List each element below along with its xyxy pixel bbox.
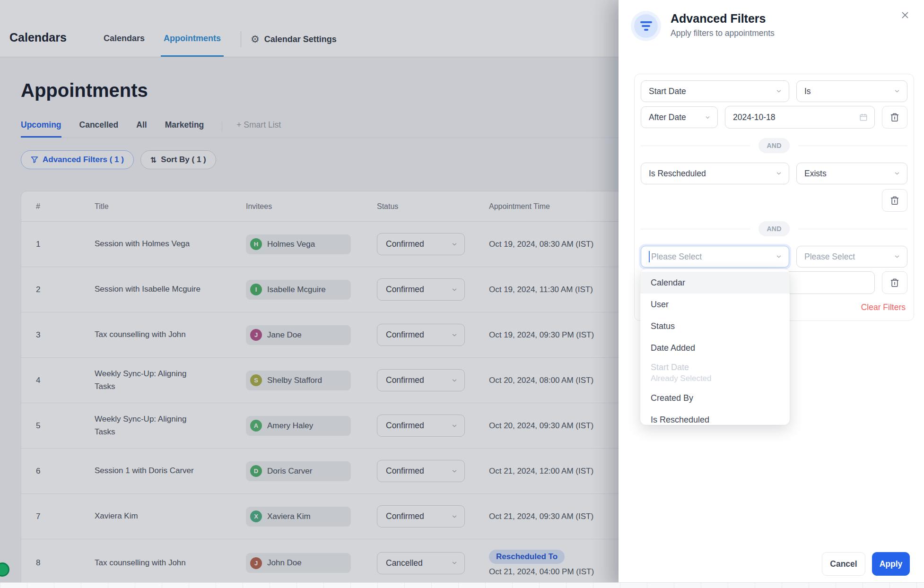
chevron-down-icon	[451, 560, 458, 566]
chevron-down-icon	[894, 253, 900, 260]
invitee-chip: J John Doe	[246, 553, 351, 573]
status-select[interactable]: Cancelled	[377, 552, 465, 574]
tab-cancelled[interactable]: Cancelled	[79, 120, 119, 138]
invitee-chip: X Xaviera Kim	[246, 507, 351, 527]
status-select[interactable]: Confirmed	[377, 505, 465, 527]
panel-header: Advanced Filters Apply filters to appoin…	[619, 0, 924, 41]
tab-all[interactable]: All	[136, 120, 147, 138]
chevron-down-icon	[776, 170, 782, 177]
chevron-down-icon	[776, 253, 782, 260]
chevron-down-icon	[451, 377, 458, 384]
invitee-chip: J Jane Doe	[246, 325, 351, 345]
invitee-name: Isabelle Mcguire	[267, 285, 326, 294]
avatar: A	[250, 420, 262, 432]
avatar: H	[250, 238, 262, 250]
field-select-2[interactable]: Is Rescheduled	[641, 163, 789, 184]
menu-item[interactable]: User	[640, 294, 790, 315]
date-value-input[interactable]: 2024-10-18	[725, 106, 875, 129]
chevron-down-icon	[451, 286, 458, 293]
add-smart-list-button[interactable]: + Smart List	[236, 120, 281, 138]
invitee-name: Shelby Stafford	[267, 376, 322, 385]
appointment-time: Oct 21, 2024, 09:30 AM (IST)	[489, 512, 598, 521]
sort-by-button[interactable]: ⇅ Sort By ( 1 )	[140, 150, 216, 169]
status-value: Confirmed	[386, 421, 424, 431]
panel-title: Advanced Filters	[671, 12, 775, 26]
trash-icon	[890, 278, 899, 287]
chevron-down-icon	[451, 241, 458, 248]
delete-filter-button-2[interactable]	[882, 189, 907, 212]
menu-item[interactable]: Calendar	[640, 272, 790, 294]
delete-filter-button-3[interactable]	[882, 271, 907, 294]
trash-icon	[890, 196, 899, 205]
field-select-3-focused[interactable]: Please Select	[641, 246, 789, 268]
status-select[interactable]: Confirmed	[377, 415, 465, 437]
status-value: Confirmed	[386, 330, 424, 340]
panel-body: Start Date Is After Date 2024-10-18	[634, 74, 914, 321]
rescheduled-badge: Rescheduled To	[489, 550, 565, 564]
calendar-settings-link[interactable]: ⚙ Calendar Settings	[251, 35, 337, 57]
column-header: Invitees	[246, 191, 377, 221]
invitee-name: Doris Carver	[267, 467, 312, 476]
status-value: Confirmed	[386, 375, 424, 385]
status-select[interactable]: Confirmed	[377, 460, 465, 482]
chevron-down-icon	[894, 170, 900, 177]
funnel-icon	[31, 156, 38, 164]
delete-filter-button-1[interactable]	[882, 106, 907, 129]
apply-button[interactable]: Apply	[872, 552, 910, 576]
calendar-icon	[859, 113, 868, 121]
menu-item[interactable]: Date Added	[640, 337, 790, 359]
row-number: 3	[21, 312, 95, 357]
status-value: Cancelled	[386, 558, 423, 568]
status-select[interactable]: Confirmed	[377, 324, 465, 346]
status-select[interactable]: Confirmed	[377, 278, 465, 301]
appointment-time: Oct 20, 2024, 08:00 AM (IST)	[489, 376, 598, 385]
menu-item[interactable]: Is Rescheduled	[640, 409, 790, 425]
menu-item[interactable]: Status	[640, 315, 790, 337]
tab-marketing[interactable]: Marketing	[165, 120, 204, 138]
nav-tab-calendars[interactable]: Calendars	[101, 34, 148, 57]
column-header: Title	[95, 191, 246, 221]
appointment-title: Weekly Sync-Up: Aligning Tasks	[95, 368, 246, 393]
cancel-button[interactable]: Cancel	[822, 552, 865, 576]
invitee-name: Xaviera Kim	[267, 512, 311, 521]
app-window: Calendars Calendars Appointments ⚙ Calen…	[0, 0, 924, 588]
appointment-time: Oct 20, 2024, 09:30 AM (IST)	[489, 421, 598, 431]
operator-select-3[interactable]: Please Select	[796, 246, 907, 268]
avatar: D	[250, 465, 262, 477]
sort-by-label: Sort By ( 1 )	[161, 155, 206, 164]
operator-select-1[interactable]: Is	[796, 80, 907, 102]
operator-select-2[interactable]: Exists	[796, 163, 907, 184]
nav-divider	[241, 31, 241, 47]
status-select[interactable]: Confirmed	[377, 233, 465, 255]
chevron-down-icon	[776, 88, 782, 95]
clear-filters-link[interactable]: Clear Filters	[861, 303, 906, 312]
advanced-filters-button[interactable]: Advanced Filters ( 1 )	[21, 150, 134, 169]
tab-upcoming[interactable]: Upcoming	[21, 120, 61, 138]
advanced-filters-label: Advanced Filters ( 1 )	[43, 155, 124, 164]
status-select[interactable]: Confirmed	[377, 369, 465, 391]
top-nav-tabs: Calendars Appointments	[101, 34, 237, 57]
close-icon[interactable]	[898, 9, 912, 22]
panel-subtitle: Apply filters to appointments	[671, 28, 775, 38]
menu-item[interactable]: Created By	[640, 387, 790, 409]
modifier-select-1[interactable]: After Date	[641, 106, 718, 128]
appointment-title: Session with Isabelle Mcguire	[95, 283, 238, 295]
chevron-down-icon	[705, 114, 711, 121]
and-divider: AND	[641, 221, 907, 236]
calendar-settings-label: Calendar Settings	[264, 35, 337, 44]
brand-title: Calendars	[9, 31, 67, 57]
appointment-time: Oct 21, 2024, 12:00 AM (IST)	[489, 467, 598, 476]
status-value: Confirmed	[386, 285, 424, 294]
chevron-down-icon	[894, 88, 900, 95]
avatar: S	[250, 374, 262, 386]
field-select-1[interactable]: Start Date	[641, 80, 789, 102]
column-header: #	[21, 191, 95, 221]
row-number: 8	[21, 539, 95, 587]
advanced-filters-panel: Advanced Filters Apply filters to appoin…	[619, 0, 924, 588]
row-number: 2	[21, 267, 95, 312]
bottom-table-strip	[0, 582, 924, 588]
avatar: I	[250, 284, 262, 295]
nav-tab-appointments[interactable]: Appointments	[161, 34, 224, 57]
already-selected-note: Already Selected	[651, 374, 779, 383]
status-value: Confirmed	[386, 466, 424, 476]
